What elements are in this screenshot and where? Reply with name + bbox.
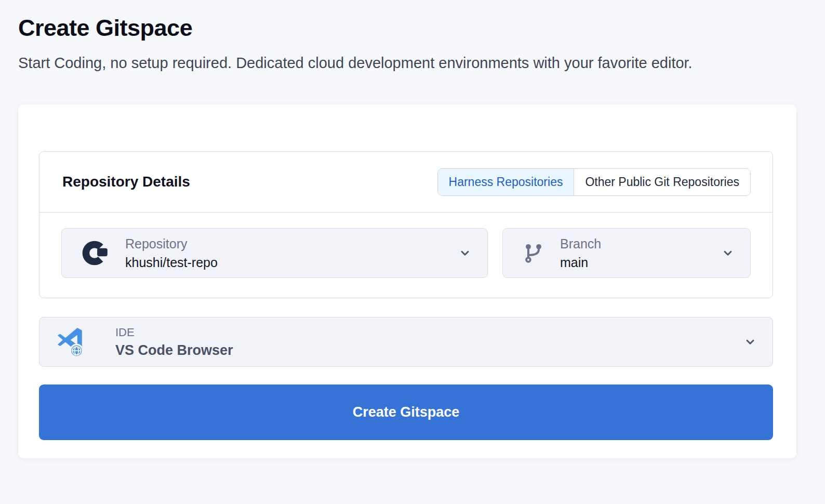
ide-dropdown-text: IDE VS Code Browser bbox=[115, 326, 233, 359]
create-gitspace-card: Repository Details Harness Repositories … bbox=[18, 104, 796, 458]
tab-other-public-git-repositories[interactable]: Other Public Git Repositories bbox=[574, 169, 750, 195]
page-title: Create Gitspace bbox=[18, 0, 796, 42]
harness-repo-icon bbox=[81, 238, 111, 268]
repository-details-header: Repository Details Harness Repositories … bbox=[39, 152, 773, 213]
branch-label: Branch bbox=[560, 236, 601, 251]
create-gitspace-button[interactable]: Create Gitspace bbox=[39, 384, 773, 440]
repo-source-toggle: Harness Repositories Other Public Git Re… bbox=[437, 168, 751, 196]
ide-value: VS Code Browser bbox=[115, 342, 233, 359]
chevron-down-icon bbox=[721, 246, 735, 260]
vscode-browser-icon bbox=[55, 326, 85, 358]
repository-label: Repository bbox=[125, 236, 218, 251]
chevron-down-icon bbox=[743, 335, 757, 349]
ide-label: IDE bbox=[115, 326, 233, 339]
repository-details-title: Repository Details bbox=[62, 174, 190, 190]
repository-value: khushi/test-repo bbox=[125, 255, 218, 270]
page-subtitle: Start Coding, no setup required. Dedicat… bbox=[18, 53, 769, 73]
repository-details-body: Repository khushi/test-repo bbox=[39, 213, 773, 298]
chevron-down-icon bbox=[458, 246, 472, 260]
branch-value: main bbox=[560, 255, 601, 270]
branch-dropdown[interactable]: Branch main bbox=[502, 228, 751, 278]
git-branch-icon bbox=[522, 241, 545, 265]
repository-dropdown-text: Repository khushi/test-repo bbox=[125, 236, 218, 270]
tab-harness-repositories[interactable]: Harness Repositories bbox=[438, 169, 575, 195]
branch-dropdown-text: Branch main bbox=[560, 236, 601, 270]
ide-dropdown[interactable]: IDE VS Code Browser bbox=[39, 317, 773, 367]
globe-icon bbox=[71, 344, 83, 357]
repository-dropdown[interactable]: Repository khushi/test-repo bbox=[61, 228, 488, 278]
create-gitspace-page: Create Gitspace Start Coding, no setup r… bbox=[0, 0, 825, 458]
repository-details-section: Repository Details Harness Repositories … bbox=[39, 151, 773, 298]
